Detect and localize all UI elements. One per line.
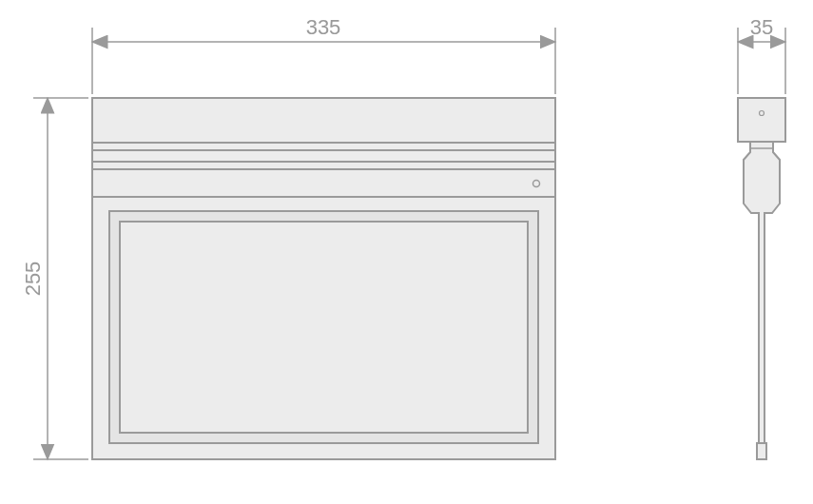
side-profile bbox=[744, 142, 780, 443]
dim-width-value: 335 bbox=[306, 15, 341, 39]
technical-drawing: 335 35 255 bbox=[0, 0, 813, 504]
front-housing bbox=[92, 98, 555, 197]
dimension-depth: 35 bbox=[738, 15, 785, 94]
front-panel-inner bbox=[120, 222, 528, 433]
dimension-width: 335 bbox=[92, 15, 555, 94]
side-view bbox=[738, 98, 785, 459]
front-view bbox=[92, 98, 555, 459]
dimension-height: 255 bbox=[21, 98, 88, 459]
dim-height-value: 255 bbox=[21, 262, 45, 297]
side-housing-cap bbox=[738, 98, 785, 142]
side-panel-endcap bbox=[757, 443, 766, 459]
dim-depth-value: 35 bbox=[750, 15, 773, 39]
